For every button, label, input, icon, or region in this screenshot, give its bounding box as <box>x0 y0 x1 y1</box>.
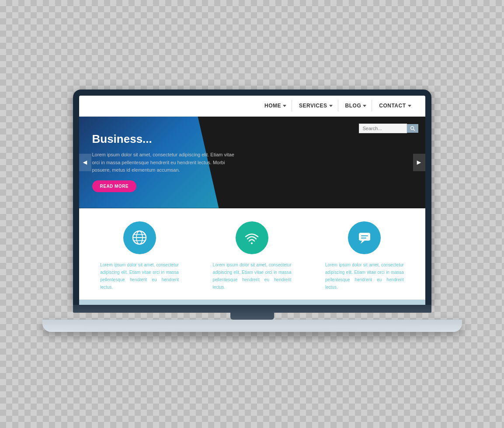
hero-cta-button[interactable]: READ MORE <box>92 180 137 192</box>
wifi-icon-circle <box>236 221 268 254</box>
search-input[interactable] <box>359 124 407 133</box>
hero-prev-button[interactable]: ◄ <box>79 154 91 171</box>
hero-next-button[interactable]: ► <box>413 154 425 171</box>
nav-home[interactable]: HOME <box>259 100 292 111</box>
feature-chat-text: Lorem ipsum dolor sit amet, consectetur … <box>325 261 404 291</box>
svg-point-7 <box>251 242 253 244</box>
globe-icon-circle <box>123 221 156 254</box>
laptop-shadow <box>64 334 440 339</box>
feature-chat: Lorem ipsum dolor sit amet, consectetur … <box>313 221 416 291</box>
feature-globe: Lorem ipsum dolor sit amet, consectetur … <box>88 221 191 291</box>
nav-blog[interactable]: BLOG <box>340 100 372 111</box>
feature-wifi: Lorem ipsum dolor sit amet, consectetur … <box>200 221 304 291</box>
nav-services[interactable]: SERVICES <box>294 100 338 111</box>
nav-contact-label: CONTACT <box>379 103 406 109</box>
nav-services-arrow <box>329 105 333 107</box>
svg-point-0 <box>410 126 414 129</box>
globe-icon <box>131 229 148 246</box>
nav-blog-label: BLOG <box>345 103 361 109</box>
search-button[interactable] <box>407 124 418 133</box>
feature-wifi-text: Lorem ipsum dolor sit amet, consectetur … <box>212 261 291 291</box>
nav-contact-arrow <box>408 105 411 107</box>
laptop-screen-outer: HOME SERVICES BLOG CONTACT <box>73 90 431 305</box>
nav-contact[interactable]: CONTACT <box>374 100 416 111</box>
features-section: Lorem ipsum dolor sit amet, consectetur … <box>79 208 425 300</box>
laptop-screen-inner: HOME SERVICES BLOG CONTACT <box>79 96 425 305</box>
hero-content: Business... Lorem ipsum dolor sit amet, … <box>79 124 254 201</box>
hero-body: Lorem ipsum dolor sit amet, consectetur … <box>92 151 241 174</box>
svg-marker-9 <box>361 241 365 244</box>
site-nav: HOME SERVICES BLOG CONTACT <box>79 96 425 117</box>
site-footer-bar <box>79 300 425 305</box>
laptop-base-top <box>73 305 431 313</box>
hero-section: ◄ Business... Lorem ipsum dolor sit amet… <box>79 117 425 208</box>
hero-search <box>359 124 418 133</box>
chat-icon <box>356 229 373 246</box>
nav-items: HOME SERVICES BLOG CONTACT <box>259 100 416 111</box>
nav-services-label: SERVICES <box>299 103 327 109</box>
laptop-base <box>73 305 431 339</box>
laptop-bottom <box>42 320 462 332</box>
laptop-hinge <box>230 313 274 320</box>
nav-blog-arrow <box>363 105 366 107</box>
feature-globe-text: Lorem ipsum dolor sit amet, consectetur … <box>100 261 179 291</box>
search-icon <box>410 126 415 131</box>
chat-icon-circle <box>348 221 381 254</box>
svg-rect-8 <box>359 233 370 241</box>
svg-line-1 <box>414 129 415 131</box>
nav-home-label: HOME <box>264 103 281 109</box>
wifi-icon <box>243 229 261 246</box>
nav-home-arrow <box>283 105 286 107</box>
hero-title: Business... <box>92 132 241 146</box>
laptop-mockup: HOME SERVICES BLOG CONTACT <box>73 90 431 339</box>
